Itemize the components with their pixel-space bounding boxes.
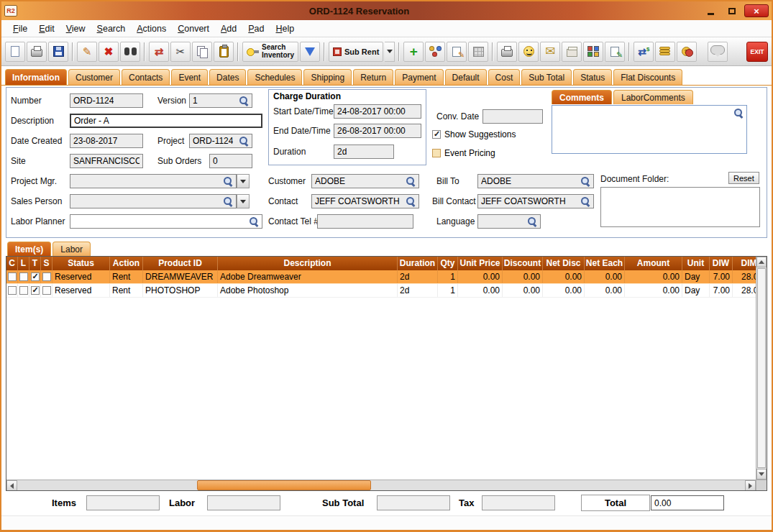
group-suggestions-button[interactable] — [425, 42, 445, 62]
tab-comments[interactable]: Comments — [552, 90, 612, 104]
row-checkbox-s[interactable] — [42, 286, 51, 295]
menu-search[interactable]: Search — [91, 22, 132, 36]
number-field[interactable]: ORD-1124 — [70, 93, 143, 108]
notes-button[interactable] — [605, 42, 625, 62]
column-header-action[interactable]: Action — [110, 257, 143, 270]
language-field[interactable] — [477, 214, 541, 229]
column-header-net-each[interactable]: Net Each — [585, 257, 625, 270]
project-mgr-lookup-icon[interactable] — [223, 176, 233, 186]
customer-field[interactable]: ADOBE — [311, 174, 419, 188]
sub-orders-field[interactable]: 0 — [209, 154, 252, 168]
tab-labor[interactable]: Labor — [52, 242, 91, 256]
document-folder-box[interactable] — [600, 187, 760, 227]
tab-customer[interactable]: Customer — [68, 69, 120, 85]
horizontal-scroll-track[interactable] — [17, 480, 745, 490]
horizontal-scrollbar[interactable] — [6, 480, 767, 490]
contact-field[interactable]: JEFF COATSWORTH — [311, 194, 419, 208]
sales-person-dropdown[interactable] — [237, 194, 250, 208]
paste-button[interactable] — [214, 42, 234, 62]
cell-t[interactable] — [29, 270, 41, 283]
comments-bubble-button[interactable] — [708, 42, 728, 62]
funnel-button[interactable] — [300, 42, 320, 62]
column-header-net-disc[interactable]: Net Disc — [543, 257, 585, 270]
sub-rent-dropdown[interactable] — [385, 42, 395, 62]
edit-button[interactable]: ✎ — [77, 42, 97, 62]
customer-lookup-icon[interactable] — [406, 176, 416, 186]
table-row[interactable]: ReservedRentDREAMWEAVERAdobe Dreamweaver… — [6, 270, 756, 284]
maximize-button[interactable] — [723, 4, 741, 17]
menu-pad[interactable]: Pad — [242, 22, 270, 36]
column-header-l[interactable]: L — [18, 257, 29, 270]
contact-lookup-icon[interactable] — [406, 196, 416, 206]
cell-s[interactable] — [41, 284, 52, 297]
add-item-button[interactable]: + — [403, 42, 424, 62]
search-inventory-button[interactable]: Search Inventory — [242, 42, 298, 62]
tab-laborcomments[interactable]: LaborComments — [613, 90, 693, 104]
row-checkbox-l[interactable] — [19, 272, 28, 281]
tab-item-s[interactable]: Item(s) — [7, 242, 51, 256]
currency-convert-button[interactable]: ⇄$ — [634, 42, 654, 62]
contact-tel-field[interactable] — [317, 214, 413, 229]
scroll-right-button[interactable] — [745, 480, 756, 491]
menu-actions[interactable]: Actions — [131, 22, 172, 36]
print-button[interactable] — [27, 42, 47, 62]
cell-t[interactable] — [29, 284, 41, 297]
column-header-qty[interactable]: Qty — [438, 257, 458, 270]
close-button[interactable]: × — [744, 4, 769, 17]
find-button[interactable] — [120, 42, 140, 62]
horizontal-scroll-thumb[interactable] — [197, 480, 371, 490]
project-mgr-field[interactable] — [70, 174, 237, 188]
kits-button[interactable] — [583, 42, 603, 62]
table-row[interactable]: ReservedRentPHOTOSHOPAdobe Photoshop2d10… — [6, 284, 756, 298]
cell-c[interactable] — [6, 270, 18, 283]
tab-status[interactable]: Status — [573, 69, 612, 85]
labor-planner-field[interactable] — [70, 214, 262, 229]
show-suggestions-checkbox[interactable]: Show Suggestions — [432, 129, 516, 139]
tab-event[interactable]: Event — [171, 69, 208, 85]
print-preview-button[interactable] — [497, 42, 517, 62]
column-header-t[interactable]: T — [29, 257, 41, 270]
tab-information[interactable]: Information — [5, 69, 67, 85]
event-pricing-checkbox[interactable]: Event Pricing — [432, 148, 495, 158]
sales-person-field[interactable] — [70, 194, 237, 208]
comments-lookup-icon[interactable] — [733, 108, 744, 118]
column-header-description[interactable]: Description — [218, 257, 398, 270]
row-checkbox-t[interactable] — [31, 272, 40, 281]
row-checkbox-c[interactable] — [8, 272, 17, 281]
charges-button[interactable] — [677, 42, 697, 62]
comments-textarea[interactable] — [552, 105, 747, 154]
language-lookup-icon[interactable] — [527, 216, 537, 226]
cut-button[interactable]: ✂ — [170, 42, 191, 62]
edit-notes-button[interactable] — [447, 42, 467, 62]
menu-convert[interactable]: Convert — [172, 22, 215, 36]
version-field[interactable]: 1 — [189, 93, 252, 108]
cell-s[interactable] — [41, 270, 52, 283]
tab-shipping[interactable]: Shipping — [303, 69, 352, 85]
tab-sub-total[interactable]: Sub Total — [521, 69, 572, 85]
row-checkbox-l[interactable] — [19, 286, 28, 295]
tab-payment[interactable]: Payment — [395, 69, 443, 85]
bill-to-lookup-icon[interactable] — [580, 176, 590, 186]
scroll-up-button[interactable] — [756, 257, 767, 267]
scroll-left-button[interactable] — [6, 480, 17, 491]
vertical-scrollbar[interactable] — [756, 257, 767, 480]
bill-to-field[interactable]: ADOBE — [477, 174, 594, 188]
convert-button[interactable]: ⇄ — [149, 42, 169, 62]
column-header-duration[interactable]: Duration — [398, 257, 438, 270]
vertical-scroll-thumb[interactable] — [757, 268, 766, 468]
cell-c[interactable] — [6, 284, 18, 297]
copy-button[interactable] — [192, 42, 212, 62]
minimize-button[interactable] — [701, 4, 720, 17]
email-button[interactable]: ✉ — [540, 42, 560, 62]
pad-button[interactable] — [468, 42, 488, 62]
payment-button[interactable] — [655, 42, 675, 62]
save-button[interactable] — [48, 42, 68, 62]
reset-button[interactable]: Reset — [728, 172, 759, 184]
column-header-unit-price[interactable]: Unit Price — [458, 257, 503, 270]
exit-button[interactable]: EXIT — [746, 42, 768, 62]
labor-planner-lookup-icon[interactable] — [249, 216, 259, 226]
tab-return[interactable]: Return — [353, 69, 393, 85]
project-mgr-dropdown[interactable] — [237, 174, 250, 188]
tab-contacts[interactable]: Contacts — [122, 69, 170, 85]
menu-view[interactable]: View — [60, 22, 91, 36]
